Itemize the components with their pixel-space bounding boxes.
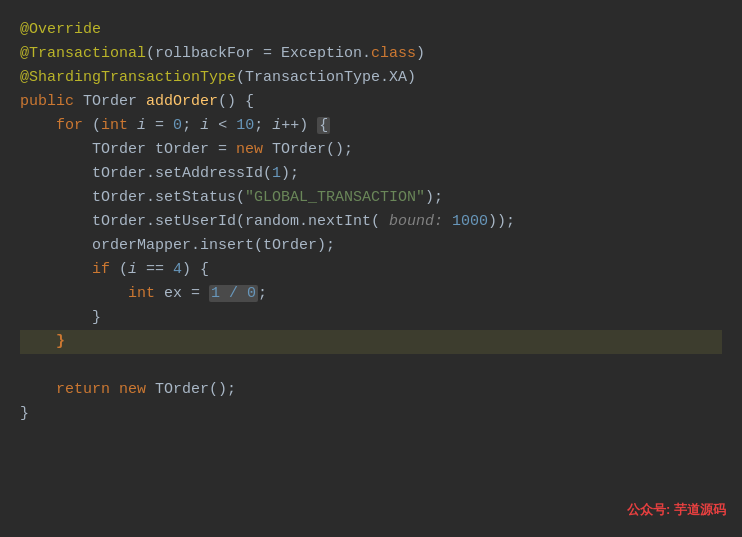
code-line-3: @ShardingTransactionType(TransactionType… (20, 66, 722, 90)
code-line-9: tOrder.setUserId(random.nextInt( bound: … (20, 210, 722, 234)
code-line-8: tOrder.setStatus("GLOBAL_TRANSACTION"); (20, 186, 722, 210)
code-editor: @Override @Transactional(rollbackFor = E… (0, 0, 742, 537)
code-line-2: @Transactional(rollbackFor = Exception.c… (20, 42, 722, 66)
code-line-14: } (20, 330, 722, 354)
watermark: 公众号: 芋道源码 (627, 500, 726, 521)
code-line-6: TOrder tOrder = new TOrder(); (20, 138, 722, 162)
code-line-10: orderMapper.insert(tOrder); (20, 234, 722, 258)
code-line-15 (20, 354, 722, 378)
code-line-16: return new TOrder(); (20, 378, 722, 402)
code-line-7: tOrder.setAddressId(1); (20, 162, 722, 186)
code-line-4: public TOrder addOrder() { (20, 90, 722, 114)
code-line-13: } (20, 306, 722, 330)
code-line-17: } (20, 402, 722, 426)
code-line-5: for (int i = 0; i < 10; i++) { (20, 114, 722, 138)
code-line-12: int ex = 1 / 0; (20, 282, 722, 306)
code-line-11: if (i == 4) { (20, 258, 722, 282)
code-line-1: @Override (20, 18, 722, 42)
